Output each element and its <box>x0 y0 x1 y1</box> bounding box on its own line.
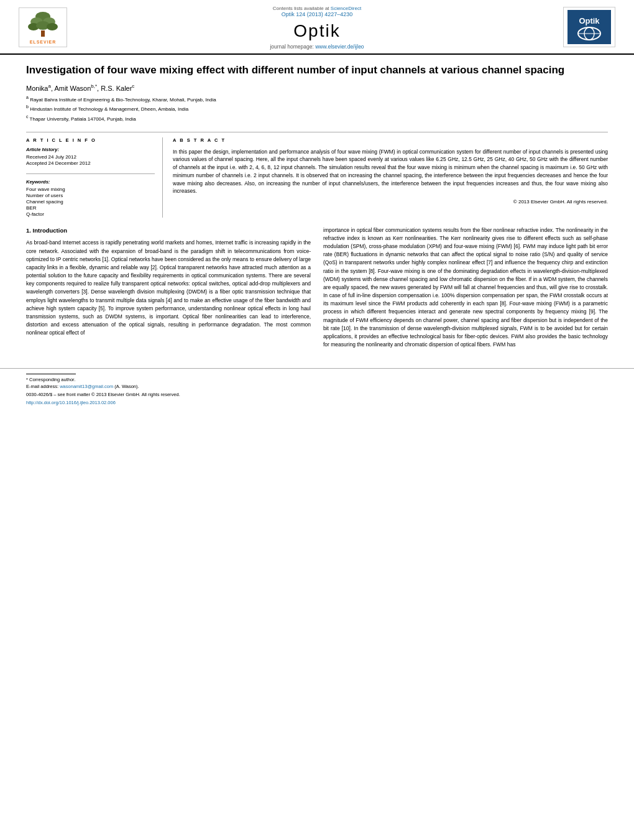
footnote-rule <box>26 374 76 374</box>
keyword-4: BER <box>26 205 155 211</box>
sciencedirect-link[interactable]: ScienceDirect <box>331 6 361 11</box>
article-info-title: A R T I C L E I N F O <box>26 137 155 143</box>
intro-para-2: importance in optical fiber communicatio… <box>323 226 608 349</box>
intro-para-1: As broad-band Internet access is rapidly… <box>26 239 311 337</box>
abstract-text: In this paper the design, implementation… <box>173 148 608 196</box>
keyword-1: Four wave mixing <box>26 187 155 192</box>
page: ELSEVIER Contents lists available at Sci… <box>0 0 634 840</box>
elsevier-brand: ELSEVIER <box>24 40 62 44</box>
abstract-column: A B S T R A C T In this paper the design… <box>173 137 608 218</box>
header-center: Contents lists available at ScienceDirec… <box>81 5 553 50</box>
keyword-2: Number of users <box>26 193 155 198</box>
article-info-abstract: A R T I C L E I N F O Article history: R… <box>26 132 608 218</box>
svg-point-6 <box>47 23 58 30</box>
svg-text:Optik: Optik <box>579 16 600 25</box>
email-link[interactable]: wasonamit13@gmail.com <box>60 384 113 389</box>
elsevier-logo: ELSEVIER <box>19 7 75 47</box>
affiliation-c: c Thapar University, Patiala 147004, Pun… <box>26 114 608 123</box>
corresponding-author: * Corresponding author. <box>26 377 608 382</box>
keywords-label: Keywords: <box>26 179 155 185</box>
authors: Monikaa, Amit Wasonb,*, R.S. Kalerc <box>26 83 608 92</box>
journal-name: Optik <box>81 21 553 41</box>
affiliation-b: b Hindustan Institute of Technology & Ma… <box>26 104 608 113</box>
copyright: © 2013 Elsevier GmbH. All rights reserve… <box>173 199 608 205</box>
intro-heading: 1. Introduction <box>26 226 311 236</box>
contents-available: Contents lists available at ScienceDirec… <box>273 6 361 11</box>
main-content: Investigation of four wave mixing effect… <box>0 55 634 362</box>
abstract-title: A B S T R A C T <box>173 137 608 143</box>
footer-doi: http://dx.doi.org/10.1016/j.ijleo.2013.0… <box>26 400 608 405</box>
journal-header: ELSEVIER Contents lists available at Sci… <box>0 0 634 55</box>
body-col-right: importance in optical fiber communicatio… <box>323 226 608 354</box>
article-info-column: A R T I C L E I N F O Article history: R… <box>26 137 163 218</box>
homepage-url[interactable]: www.elsevier.de/ijleo <box>315 44 364 50</box>
doi-link: Optik 124 (2013) 4227–4230 <box>81 11 553 17</box>
keywords-section: Keywords: Four wave mixing Number of use… <box>26 173 155 217</box>
email-footnote: E-mail address: wasonamit13@gmail.com (A… <box>26 384 608 389</box>
body-col-left: 1. Introduction As broad-band Internet a… <box>26 226 311 354</box>
footer-copyright: 0030-4026/$ – see front matter © 2013 El… <box>26 392 608 397</box>
article-title: Investigation of four wave mixing effect… <box>26 63 608 77</box>
affiliation-a: a Rayat Bahra Institute of Engineering &… <box>26 95 608 104</box>
affiliations: a Rayat Bahra Institute of Engineering &… <box>26 95 608 123</box>
page-footer: * Corresponding author. E-mail address: … <box>0 368 634 409</box>
received-date: Received 24 July 2012 <box>26 154 155 160</box>
body-content: 1. Introduction As broad-band Internet a… <box>26 226 608 354</box>
optik-logo: Optik <box>559 7 615 48</box>
keyword-5: Q-factor <box>26 211 155 217</box>
history-label: Article history: <box>26 147 155 152</box>
svg-rect-7 <box>41 30 45 37</box>
journal-homepage: journal homepage: www.elsevier.de/ijleo <box>81 44 553 50</box>
keyword-3: Channel spacing <box>26 199 155 205</box>
doi-link[interactable]: http://dx.doi.org/10.1016/j.ijleo.2013.0… <box>26 400 116 405</box>
accepted-date: Accepted 24 December 2012 <box>26 160 155 166</box>
